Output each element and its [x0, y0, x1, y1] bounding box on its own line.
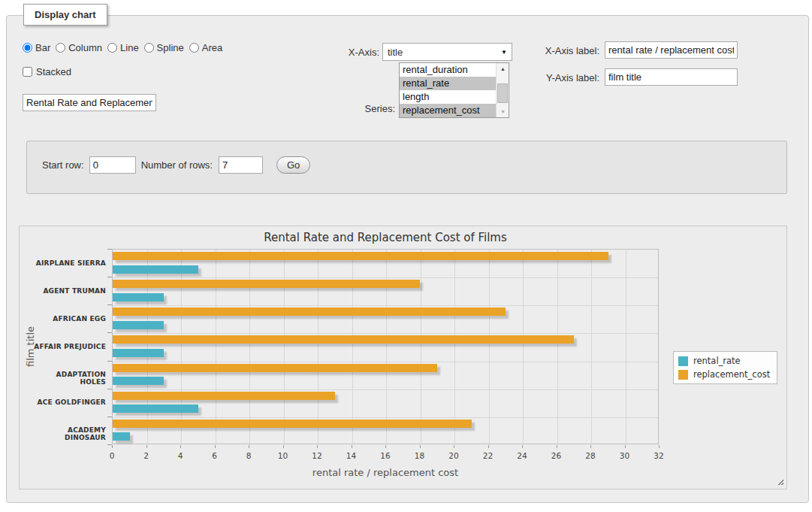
x-tick-label: 10 [268, 451, 298, 460]
y-tick-mark [107, 332, 112, 333]
y-tick-label: AFRICAN EGG [31, 315, 106, 323]
chart-type-radio-group: BarColumnLineSplineArea [23, 42, 228, 53]
radio-label: Line [120, 42, 139, 53]
x-tick-label: 16 [370, 451, 400, 460]
chart-title-input[interactable] [23, 94, 156, 111]
gridline-vertical [318, 250, 318, 444]
series-listbox[interactable]: rental_durationrental_ratelengthreplacem… [399, 62, 509, 118]
x-tick-mark [488, 445, 489, 448]
start-row-label: Start row: [42, 159, 84, 171]
stacked-checkbox-row[interactable]: Stacked [23, 66, 71, 77]
x-axis-select-label: X-Axis: [342, 47, 379, 58]
y-tick-mark [107, 444, 112, 445]
gridline-vertical [181, 250, 182, 444]
x-tick-mark [385, 445, 386, 448]
legend-swatch-icon [678, 356, 688, 366]
series-option-length[interactable]: length [400, 90, 496, 104]
gridline-vertical [421, 250, 421, 444]
replacement_cost-bar [113, 420, 472, 428]
x-tick-mark [522, 445, 523, 448]
y-axis-label-label: Y-Axis label: [539, 72, 599, 83]
gridline-horizontal [113, 305, 658, 306]
gridline-vertical [489, 250, 490, 444]
scroll-up-icon[interactable]: ▲ [497, 63, 509, 74]
series-option-rental_duration[interactable]: rental_duration [400, 63, 496, 77]
series-scrollbar[interactable]: ▲ ▼ [496, 63, 509, 117]
replacement_cost-bar [113, 280, 420, 288]
x-tick-label: 26 [542, 451, 572, 460]
gridline-horizontal [113, 277, 658, 278]
rental_rate-bar [113, 265, 198, 274]
x-tick-label: 20 [439, 451, 469, 460]
rental_rate-bar [113, 349, 164, 357]
x-tick-label: 32 [644, 451, 674, 460]
gridline-vertical [216, 250, 216, 444]
start-row-input[interactable] [89, 156, 136, 174]
stacked-label: Stacked [36, 66, 71, 77]
scrollbar-thumb[interactable] [497, 83, 508, 103]
scroll-down-icon[interactable]: ▼ [497, 106, 509, 117]
radio-label: Area [202, 42, 222, 53]
chart-type-line[interactable]: Line [107, 42, 139, 53]
legend-label: rental_rate [693, 356, 741, 366]
x-axis-label-input[interactable] [605, 41, 738, 59]
chart-legend: rental_ratereplacement_cost [673, 351, 777, 384]
y-tick-label: AFFAIR PREJUDICE [31, 343, 106, 350]
chevron-down-icon: ▼ [501, 49, 507, 56]
series-option-rental_rate[interactable]: rental_rate [400, 77, 496, 90]
y-tick-label: AGENT TRUMAN [31, 287, 106, 295]
chart-type-column[interactable]: Column [56, 42, 102, 53]
chart-container: Rental Rate and Replacement Cost of Film… [19, 226, 787, 489]
y-tick-mark [107, 277, 112, 277]
go-button[interactable]: Go [276, 156, 310, 174]
chart-type-area[interactable]: Area [189, 42, 222, 53]
gridline-horizontal [113, 362, 658, 362]
chart-type-bar[interactable]: Bar [23, 42, 50, 53]
gridline-vertical [557, 250, 558, 444]
x-tick-label: 8 [234, 451, 264, 460]
chart-type-spline[interactable]: Spline [144, 42, 184, 53]
x-tick-mark [317, 445, 318, 448]
series-option-replacement_cost[interactable]: replacement_cost [400, 104, 496, 117]
x-tick-label: 14 [337, 451, 367, 460]
x-tick-label: 24 [507, 451, 537, 460]
legend-label: replacement_cost [693, 369, 770, 380]
radio-bar[interactable] [23, 43, 32, 53]
x-axis-select[interactable]: title ▼ [382, 43, 512, 61]
x-tick-label: 18 [405, 451, 435, 460]
gridline-vertical [626, 250, 626, 444]
replacement_cost-bar [113, 364, 437, 372]
gridline-vertical [249, 250, 250, 444]
radio-area[interactable] [189, 43, 199, 53]
x-tick-mark [352, 445, 352, 448]
gridline-vertical [386, 250, 387, 444]
gridline-vertical [284, 250, 285, 444]
x-tick-mark [659, 445, 660, 448]
radio-spline[interactable] [144, 43, 154, 53]
stacked-checkbox[interactable] [23, 67, 32, 77]
x-axis-title: rental rate / replacement cost [112, 467, 659, 478]
x-axis-selected-value: title [388, 47, 403, 58]
replacement_cost-bar [113, 252, 608, 260]
y-axis-label-input[interactable] [605, 68, 738, 86]
x-tick-label: 2 [131, 451, 161, 460]
rental_rate-bar [113, 404, 198, 413]
x-tick-mark [590, 445, 591, 448]
y-tick-label: AIRPLANE SIERRA [31, 259, 106, 267]
num-rows-label: Number of rows: [141, 159, 213, 171]
chart-title: Rental Rate and Replacement Cost of Film… [112, 231, 659, 244]
resize-handle-icon[interactable] [776, 477, 783, 485]
x-tick-mark [112, 445, 113, 448]
x-tick-label: 22 [473, 451, 503, 460]
replacement_cost-bar [113, 335, 574, 344]
y-tick-label: ACE GOLDFINGER [31, 398, 106, 406]
gridline-vertical [352, 250, 353, 444]
y-tick-mark [107, 361, 112, 362]
radio-column[interactable] [56, 43, 65, 53]
radio-line[interactable] [107, 43, 117, 53]
legend-item-rental_rate: rental_rate [678, 356, 770, 366]
y-tick-mark [107, 389, 112, 389]
num-rows-input[interactable] [219, 156, 263, 174]
row-controls: Start row: Number of rows: Go [42, 156, 310, 174]
x-tick-label: 28 [575, 451, 605, 460]
